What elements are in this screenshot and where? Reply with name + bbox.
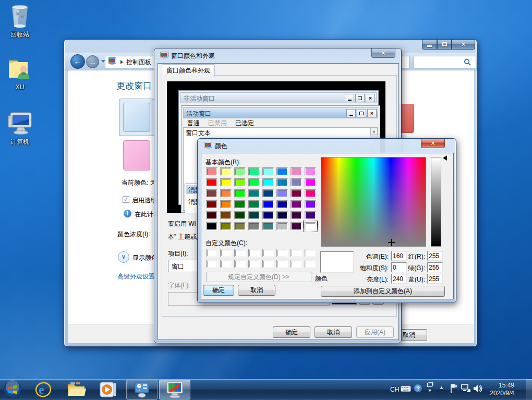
color-cell[interactable]: [276, 200, 288, 209]
close-button[interactable]: ×: [421, 139, 445, 148]
color-cell[interactable]: [276, 222, 288, 231]
desktop-icon-computer[interactable]: 计算机: [3, 111, 37, 147]
color-cell[interactable]: [276, 249, 288, 257]
keyboard-icon[interactable]: [401, 384, 411, 394]
taskbar-control-panel-button[interactable]: [126, 380, 158, 399]
language-indicator[interactable]: CH: [390, 386, 399, 393]
transparency-checkbox[interactable]: ✓: [123, 196, 129, 203]
color-cell[interactable]: [206, 178, 217, 187]
tab-window-color[interactable]: 窗口颜色和外观: [162, 64, 215, 77]
color-cell[interactable]: [305, 211, 316, 220]
color-cell[interactable]: [291, 167, 302, 176]
action-center-flag-icon[interactable]: [450, 383, 459, 395]
popup-caret-icon[interactable]: [428, 390, 431, 392]
desktop-icon-xu-folder[interactable]: XU: [3, 55, 37, 91]
back-button[interactable]: ←: [70, 54, 85, 69]
color-cell[interactable]: [206, 249, 217, 257]
color-cell[interactable]: [220, 200, 232, 209]
taskbar-wmp-button[interactable]: [98, 381, 118, 398]
color-cell[interactable]: [276, 260, 288, 268]
forward-button[interactable]: →: [86, 55, 99, 68]
minimize-button[interactable]: [422, 40, 437, 50]
start-button[interactable]: [3, 380, 22, 399]
show-desktop-button[interactable]: [526, 379, 532, 400]
color-cell[interactable]: [262, 222, 274, 231]
color-cell[interactable]: [234, 189, 246, 198]
show-mixer-chevron-button[interactable]: ∨: [118, 251, 129, 263]
theme-color-swatch-selected[interactable]: [119, 99, 154, 136]
network-icon[interactable]: [461, 384, 471, 395]
color-cell[interactable]: [276, 167, 288, 176]
color-cell[interactable]: [220, 260, 232, 268]
color-cell[interactable]: [305, 189, 316, 198]
theme-color-swatch-pink[interactable]: [123, 140, 150, 171]
color-cell[interactable]: [234, 249, 246, 257]
color-cell[interactable]: [305, 200, 316, 209]
color-cell[interactable]: [276, 211, 288, 220]
color-cell[interactable]: [248, 249, 260, 257]
color-cell[interactable]: [248, 200, 260, 209]
color-cell[interactable]: [234, 178, 246, 187]
color-cell[interactable]: [220, 211, 232, 220]
advanced-appearance-link[interactable]: 高级外观设置: [117, 272, 155, 281]
color-cell[interactable]: [234, 222, 246, 231]
color-cell[interactable]: [248, 167, 260, 176]
color-cell[interactable]: [262, 260, 274, 268]
hidden-icons-arrow[interactable]: ▲: [439, 385, 444, 390]
color-cell[interactable]: [248, 222, 260, 231]
taskbar-personalization-button[interactable]: [159, 380, 190, 399]
color-cell[interactable]: [291, 189, 302, 198]
color-cell[interactable]: [206, 260, 217, 268]
luminance-bar[interactable]: [431, 157, 441, 247]
color-cell[interactable]: [305, 167, 316, 176]
color-cell[interactable]: [234, 200, 246, 209]
color-cell[interactable]: [248, 260, 260, 268]
color-cell[interactable]: [234, 167, 246, 176]
taskbar-ie-button[interactable]: e: [33, 381, 53, 398]
color-cell[interactable]: [276, 178, 288, 187]
color-cell[interactable]: [220, 249, 232, 257]
color-cell[interactable]: [262, 167, 274, 176]
color-cell[interactable]: [291, 211, 302, 220]
close-button[interactable]: ×: [371, 49, 395, 58]
color-cell[interactable]: [248, 211, 260, 220]
color-cell[interactable]: [305, 222, 316, 231]
desktop-icon-recycle-bin[interactable]: 回收站: [3, 3, 37, 39]
help-icon[interactable]: ?: [414, 384, 422, 393]
color-cell[interactable]: [291, 222, 302, 231]
color-cell[interactable]: [262, 200, 274, 209]
color-cell[interactable]: [262, 249, 274, 257]
clock[interactable]: 15:49 2020/9/4: [483, 382, 514, 397]
color-cell[interactable]: [291, 260, 302, 268]
maximize-button[interactable]: [437, 40, 452, 50]
color-cell[interactable]: [248, 189, 260, 198]
window-popup-icon[interactable]: [427, 383, 432, 387]
color-cell[interactable]: [291, 249, 302, 257]
breadcrumb-location[interactable]: 控制面板: [126, 58, 151, 67]
color-cell[interactable]: [206, 211, 217, 220]
add-to-custom-colors-button[interactable]: 添加到自定义颜色(A): [321, 286, 445, 297]
search-box[interactable]: [414, 56, 476, 68]
color-cell[interactable]: [291, 178, 302, 187]
color-cell[interactable]: [206, 167, 217, 176]
luminance-arrow[interactable]: [443, 155, 447, 161]
color-cell[interactable]: [220, 178, 232, 187]
color-cell[interactable]: [291, 200, 302, 209]
color-cell[interactable]: [305, 249, 316, 257]
color-cell[interactable]: [206, 189, 217, 198]
hue-saturation-field[interactable]: [321, 157, 426, 247]
ok-button[interactable]: 确定: [273, 326, 310, 338]
volume-icon[interactable]: [473, 384, 482, 395]
color-cell[interactable]: [206, 200, 217, 209]
color-cell[interactable]: [234, 260, 246, 268]
cancel-button[interactable]: 取消: [315, 326, 352, 338]
green-input[interactable]: [427, 262, 443, 272]
color-cell[interactable]: [220, 222, 232, 231]
taskbar-explorer-button[interactable]: [66, 381, 87, 398]
color-cell[interactable]: [276, 189, 288, 198]
color-cell[interactable]: [220, 189, 232, 198]
color-cell[interactable]: [248, 178, 260, 187]
color-cell[interactable]: [262, 211, 274, 220]
search-icon[interactable]: [464, 58, 471, 68]
blue-input[interactable]: [427, 274, 443, 284]
